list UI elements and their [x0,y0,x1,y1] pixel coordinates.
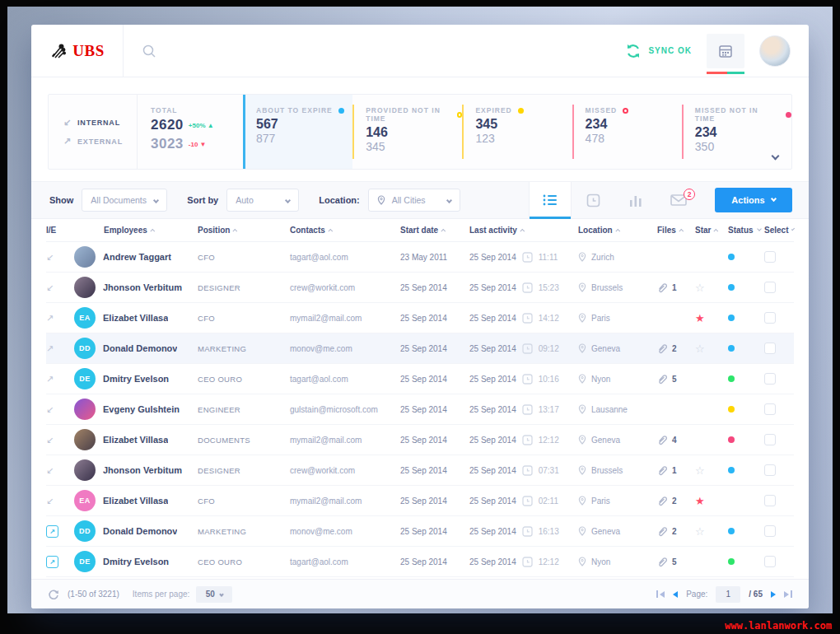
column-header-status[interactable]: Status [728,226,764,235]
files-cell[interactable]: 2 [657,343,695,354]
table-row[interactable]: ↙ Jhonson Verbitum DESIGNER crew@workit.… [46,273,794,303]
column-header-position[interactable]: Position [198,226,290,235]
stat-card[interactable]: EXPIRED 345 123 [462,95,572,169]
files-cell[interactable] [657,313,695,324]
export-icon[interactable]: ↗ [46,525,58,538]
location-dropdown[interactable]: All Cities [368,189,460,212]
ubs-logo[interactable]: UBS [31,25,124,77]
select-cell [764,373,794,385]
column-header-i-e[interactable]: I/E [46,226,74,235]
table-row[interactable]: ↗ EA Elizabet Villasa CFO mymail2@mail.c… [46,303,794,333]
row-checkbox[interactable] [764,434,776,445]
activity-time: 11:11 [539,253,558,262]
table-row[interactable]: ↙ EA Elizabet Villasa CFO mymail2@mail.c… [46,486,794,516]
row-checkbox[interactable] [764,343,776,354]
files-cell[interactable]: 1 [657,465,695,476]
contact-cell: gulstain@microsoft.com [290,405,400,414]
star-icon[interactable]: ☆ [695,464,728,477]
row-checkbox[interactable] [764,251,776,263]
last-activity-cell: 25 Sep 2014 09:12 [469,343,578,354]
internal-filter[interactable]: ↙ INTERNAL [63,117,137,128]
calendar-button[interactable] [707,34,744,68]
files-cell[interactable]: 5 [657,374,695,385]
mail-view-tab[interactable]: 2 [657,182,700,218]
location-cell: Geneva [578,435,657,445]
star-icon[interactable]: ★ [695,312,728,324]
stat-label: PROVIDED NOT IN TIME [366,106,451,123]
star-icon[interactable]: ☆ [695,525,728,538]
avatar [74,399,96,420]
files-cell[interactable]: 1 [657,282,695,293]
time-view-tab[interactable] [572,182,614,218]
column-header-select[interactable]: Select [764,226,794,235]
row-checkbox[interactable] [764,556,776,567]
table-row[interactable]: ↗ DE Dmitry Evelson CEO OURO tagart@aol.… [46,364,794,394]
show-dropdown[interactable]: All Documents [82,189,167,212]
row-checkbox[interactable] [764,403,776,415]
logo-text: UBS [72,42,104,60]
page-input[interactable] [716,586,740,603]
table-row[interactable]: ↙ Evgeny Gulshtein ENGINEER gulstain@mic… [46,394,794,425]
activity-time: 12:12 [539,557,559,566]
stats-expand-button[interactable] [772,147,778,162]
column-header-star[interactable]: Star [695,226,728,235]
external-label: EXTERNAL [77,138,123,146]
export-icon[interactable]: ↗ [46,556,58,568]
chart-view-tab[interactable] [614,182,657,218]
table-row[interactable]: ↗ DD Donald Demonov MARKETING monov@me.c… [46,333,794,364]
table-row[interactable]: ↙ Andrew Taggart CFO tagart@aol.com 23 M… [46,242,794,273]
column-header-start-date[interactable]: Start date [400,226,469,235]
table-row[interactable]: ↗ DE Dmitry Evelson CEO OURO tagart@aol.… [46,547,794,577]
sort-dropdown[interactable]: Auto [226,189,299,212]
stat-card[interactable]: ABOUT TO EXPIRE 567 877 [243,95,352,169]
column-header-location[interactable]: Location [578,226,657,235]
row-checkbox[interactable] [764,373,776,385]
stat-value-secondary: 123 [475,132,572,145]
files-count: 1 [672,283,677,292]
items-per-page-select[interactable]: 50 [196,586,232,603]
row-checkbox[interactable] [764,495,776,506]
stat-card-edge [352,105,354,159]
files-cell[interactable] [657,404,695,415]
star-icon[interactable]: ☆ [695,282,728,294]
external-arrow-icon: ↗ [46,343,54,354]
refresh-icon[interactable] [48,589,59,600]
user-avatar[interactable] [759,35,791,67]
stat-card[interactable]: MISSED 234 478 [572,95,682,169]
external-filter[interactable]: ↗ EXTERNAL [63,136,137,147]
table-row[interactable]: ↗ DD Donald Demonov MARKETING monov@me.c… [46,516,794,547]
employee-cell: Evgeny Gulshtein [74,399,198,420]
files-cell[interactable]: 4 [657,435,695,445]
files-cell[interactable] [657,252,695,263]
star-icon[interactable]: ☆ [695,343,728,355]
column-header-contacts[interactable]: Contacts [290,226,400,235]
next-page-button[interactable] [771,591,776,598]
status-cell [728,467,764,473]
row-checkbox[interactable] [764,464,776,476]
select-cell [764,495,794,506]
row-checkbox[interactable] [764,312,776,324]
stat-card[interactable]: PROVIDED NOT IN TIME 146 345 [352,95,462,169]
column-header-files[interactable]: Files [657,226,695,235]
pagination: Page: / 65 [656,586,792,603]
row-checkbox[interactable] [764,282,776,293]
column-header-employees[interactable]: Employees [74,226,198,235]
status-dot-icon [728,375,735,382]
stat-value-primary: 567 [256,117,352,132]
search-icon[interactable] [142,44,156,58]
files-cell[interactable]: 5 [657,557,695,567]
last-page-button[interactable] [784,590,792,598]
table-row[interactable]: ↙ Elizabet Villasa DOCUMENTS mymail2@mai… [46,425,794,455]
first-page-button[interactable] [656,590,665,598]
sync-status[interactable]: SYNC OK [625,43,692,59]
list-view-tab[interactable] [529,182,572,218]
row-checkbox[interactable] [764,525,776,537]
files-cell[interactable]: 2 [657,526,695,537]
actions-button[interactable]: Actions [715,188,792,212]
column-header-last-activity[interactable]: Last activity [469,226,578,235]
employee-name: Donald Demonov [103,343,177,353]
table-row[interactable]: ↙ Jhonson Verbitum DESIGNER crew@workit.… [46,455,794,486]
prev-page-button[interactable] [673,591,678,598]
star-icon[interactable]: ★ [695,495,728,507]
files-cell[interactable]: 2 [657,496,695,506]
